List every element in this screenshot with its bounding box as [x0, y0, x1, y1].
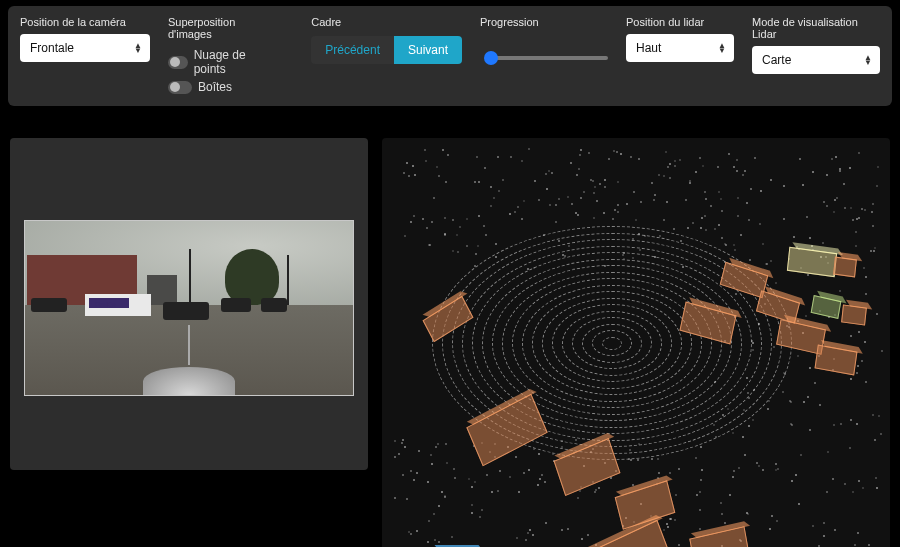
toggle-boxes[interactable]	[168, 81, 192, 94]
vehicle-car	[31, 298, 67, 312]
lidar-position-value: Haut	[636, 41, 661, 55]
frame-label: Cadre	[311, 16, 462, 28]
camera-position-select[interactable]: Frontale ▲▼	[20, 34, 150, 62]
toggle-pointcloud[interactable]	[168, 56, 188, 69]
toggle-boxes-label: Boîtes	[198, 80, 232, 94]
camera-image: FedEx	[24, 220, 354, 396]
detection-box	[787, 247, 837, 277]
lidar-position-select[interactable]: Haut ▲▼	[626, 34, 734, 62]
detection-box	[815, 345, 858, 376]
lidar-mode-control: Mode de visualisation Lidar Carte ▲▼	[752, 16, 880, 74]
camera-position-label: Position de la caméra	[20, 16, 150, 28]
detection-box	[833, 257, 857, 278]
lidar-mode-select[interactable]: Carte ▲▼	[752, 46, 880, 74]
ego-vehicle-hood	[143, 367, 235, 395]
camera-position-control: Position de la caméra Frontale ▲▼	[20, 16, 150, 62]
vehicle-car	[163, 302, 209, 320]
chevrons-icon: ▲▼	[864, 55, 872, 65]
lidar-position-label: Position du lidar	[626, 16, 734, 28]
truck-logo-text: FedEx	[95, 301, 116, 308]
vehicle-car	[221, 298, 251, 312]
slider-thumb[interactable]	[484, 51, 498, 65]
next-button[interactable]: Suivant	[394, 36, 462, 64]
content-area: FedEx	[0, 106, 900, 547]
vehicle-car	[261, 298, 287, 312]
overlay-control: Superposition d'images Nuage de points B…	[168, 16, 265, 94]
detection-box	[811, 295, 842, 319]
detection-box	[841, 304, 867, 325]
progression-label: Progression	[480, 16, 608, 28]
prev-button[interactable]: Précédent	[311, 36, 394, 64]
progression-control: Progression	[480, 16, 608, 72]
chevrons-icon: ▲▼	[718, 43, 726, 53]
camera-position-value: Frontale	[30, 41, 74, 55]
progression-slider[interactable]	[480, 44, 608, 72]
lidar-panel[interactable]	[382, 138, 890, 547]
chevrons-icon: ▲▼	[134, 43, 142, 53]
lidar-mode-value: Carte	[762, 53, 791, 67]
slider-track	[490, 56, 608, 60]
frame-control: Cadre Précédent Suivant	[311, 16, 462, 64]
camera-panel: FedEx	[10, 138, 368, 470]
overlay-label: Superposition d'images	[168, 16, 265, 40]
toolbar: Position de la caméra Frontale ▲▼ Superp…	[8, 6, 892, 106]
toggle-pointcloud-label: Nuage de points	[194, 48, 266, 76]
lidar-mode-label: Mode de visualisation Lidar	[752, 16, 880, 40]
lidar-position-control: Position du lidar Haut ▲▼	[626, 16, 734, 62]
